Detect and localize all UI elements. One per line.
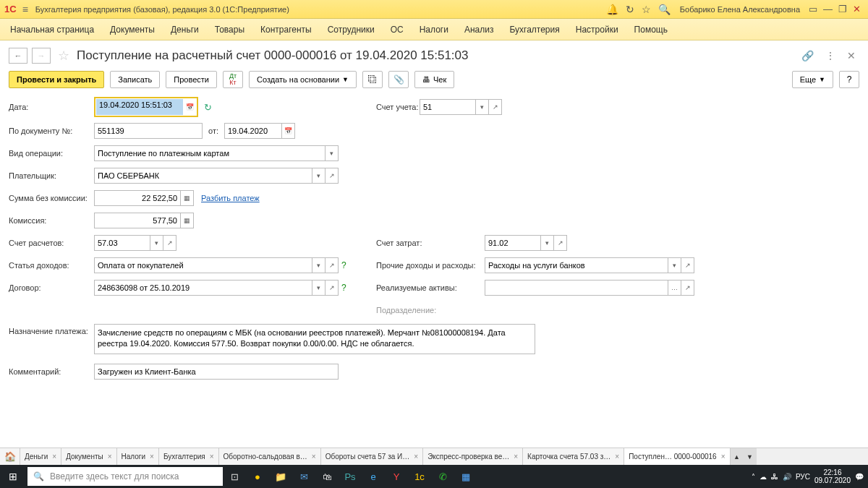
nav-forward-button[interactable]: → [32,48,51,64]
cheque-button[interactable]: 🖶 Чек [414,71,454,88]
windows-search[interactable]: 🔍 Введите здесь текст для поиска [27,467,223,486]
tab-money[interactable]: Деньги× [20,448,61,465]
taskview-icon[interactable]: ⊡ [223,465,246,488]
open-icon[interactable]: ↗ [326,257,339,273]
menu-analysis[interactable]: Анализ [461,22,497,38]
refresh-icon[interactable]: ↻ [204,102,212,113]
help-icon[interactable]: ? [341,260,346,270]
commission-input[interactable] [94,213,181,228]
whatsapp-icon[interactable]: ✆ [431,465,454,488]
contract-input[interactable] [94,280,312,296]
search-icon[interactable]: 🔍 [658,4,671,15]
tab-osv[interactable]: Оборотно-сальдовая в…× [219,448,321,465]
help-icon[interactable]: ? [341,283,346,293]
from-date-input[interactable] [224,123,282,139]
create-based-button[interactable]: Создать на основании▼ [249,71,357,88]
user-name[interactable]: Бобарико Елена Александровна [680,5,800,14]
1c-icon[interactable]: 1c [408,465,431,488]
dropdown-icon[interactable]: ▾ [326,145,339,161]
assets-input[interactable] [485,280,668,296]
more-button[interactable]: Еще▼ [792,71,833,88]
dropdown-icon[interactable]: ▾ [312,257,326,273]
dropdown-icon[interactable]: ▾ [312,168,326,184]
post-button[interactable]: Провести [166,71,217,88]
tab-scroll-down[interactable]: ▼ [744,448,757,465]
close-icon[interactable]: ✕ [853,4,861,14]
star-icon[interactable]: ☆ [642,4,651,15]
tab-taxes[interactable]: Налоги× [117,448,159,465]
lang-indicator[interactable]: РУС [796,473,810,481]
split-payment-link[interactable]: Разбить платеж [201,194,260,202]
menu-accounting[interactable]: Бухгалтерия [506,22,562,38]
explorer-icon[interactable]: 📁 [269,465,292,488]
bell-icon[interactable]: 🔔 [606,4,618,15]
dropdown-icon[interactable]: ▾ [541,235,554,251]
tab-turnovers[interactable]: Обороты счета 57 за И…× [321,448,424,465]
menu-contractors[interactable]: Контрагенты [258,22,315,38]
tab-scroll-up[interactable]: ▲ [731,448,744,465]
menu-goods[interactable]: Товары [212,22,247,38]
menu-documents[interactable]: Документы [107,22,158,38]
date-input[interactable] [99,100,180,109]
restore-icon[interactable]: ❐ [838,4,847,14]
save-button[interactable]: Записать [110,71,160,88]
calc-icon[interactable]: ▦ [181,190,194,206]
menu-os[interactable]: ОС [388,22,407,38]
menu-settings[interactable]: Настройки [573,22,621,38]
close-doc-icon[interactable]: ✕ [847,50,856,61]
payer-input[interactable] [94,168,312,184]
account-input[interactable] [420,99,476,115]
browser-icon[interactable]: Y [385,465,408,488]
minimize-icon[interactable]: — [823,4,833,14]
dock-icon[interactable]: ▭ [809,4,817,14]
comment-input[interactable] [94,364,339,380]
menu-taxes[interactable]: Налоги [417,22,451,38]
menu-money[interactable]: Деньги [168,22,202,38]
cloud-icon[interactable]: ☁ [760,473,767,481]
hamburger-icon[interactable]: ≡ [22,4,28,15]
dtkt-button[interactable]: ДтКт [223,71,243,88]
tab-accounting[interactable]: Бухгалтерия× [159,448,219,465]
menu-help[interactable]: Помощь [631,22,671,38]
docnum-input[interactable] [94,123,203,139]
structure-icon[interactable]: ⿻ [362,71,383,88]
tab-express[interactable]: Экспресс-проверка ве…× [423,448,523,465]
attach-icon[interactable]: 📎 [388,71,409,88]
open-icon[interactable]: ↗ [554,235,567,251]
open-icon[interactable]: ↗ [489,99,502,115]
dropdown-icon[interactable]: ▾ [150,235,163,251]
open-icon[interactable]: ↗ [326,280,339,296]
optype-input[interactable] [94,145,326,161]
link-icon[interactable]: 🔗 [801,50,814,61]
edge-icon[interactable]: e [362,465,385,488]
yandex-icon[interactable]: ● [246,465,269,488]
network-icon[interactable]: 🖧 [771,473,778,481]
other-input[interactable] [485,257,668,273]
tab-home[interactable]: 🏠 [0,448,20,465]
income-art-input[interactable] [94,257,312,273]
calendar-icon[interactable]: 📅 [183,99,196,115]
open-icon[interactable]: ↗ [326,168,339,184]
menu-home[interactable]: Начальная страница [7,22,97,38]
post-and-close-button[interactable]: Провести и закрыть [9,71,104,88]
dropdown-icon[interactable]: ▾ [668,257,681,273]
app-icon[interactable]: ▦ [454,465,477,488]
calc-icon[interactable]: ▦ [181,213,194,228]
open-icon[interactable]: ↗ [681,280,694,296]
menu-employees[interactable]: Сотрудники [325,22,378,38]
photoshop-icon[interactable]: Ps [339,465,362,488]
purpose-input[interactable]: Зачисление средств по операциям с МБК (н… [94,324,535,354]
settlement-input[interactable] [94,235,150,251]
tray-up-icon[interactable]: ˄ [752,473,755,481]
favorite-icon[interactable]: ☆ [58,48,69,64]
help-button[interactable]: ? [839,71,859,88]
open-icon[interactable]: ↗ [163,235,176,251]
tab-receipt[interactable]: Поступлен… 0000-000016× [624,448,730,465]
open-icon[interactable]: ↗ [681,257,694,273]
history-icon[interactable]: ↻ [626,4,634,15]
tab-card[interactable]: Карточка счета 57.03 з…× [523,448,624,465]
tab-documents[interactable]: Документы× [61,448,116,465]
start-button[interactable]: ⊞ [0,465,26,488]
nav-back-button[interactable]: ← [9,48,27,64]
more-dots-icon[interactable]: … [668,280,681,296]
